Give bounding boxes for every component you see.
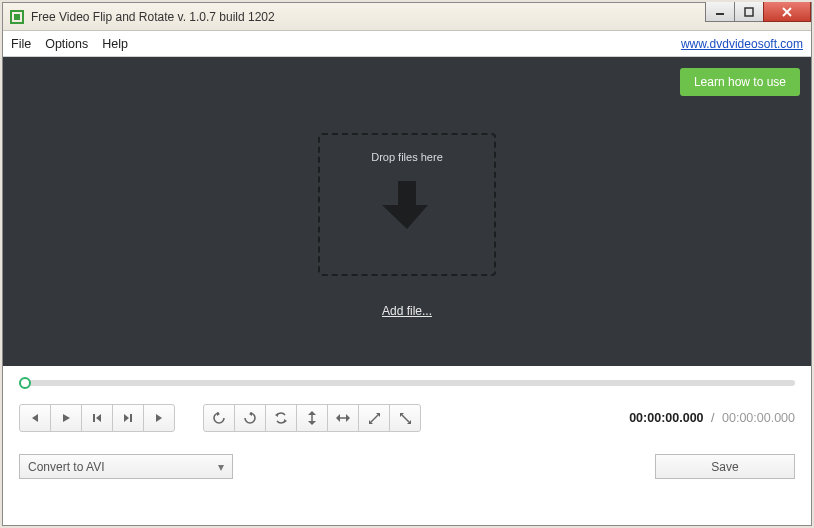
time-current: 00:00:00.000 — [629, 411, 703, 425]
app-icon — [9, 9, 25, 25]
step-back-button[interactable] — [19, 404, 51, 432]
seek-bar[interactable] — [3, 366, 811, 386]
seek-track[interactable] — [19, 380, 795, 386]
format-select[interactable]: Convert to AVI ▾ — [19, 454, 233, 479]
window-title: Free Video Flip and Rotate v. 1.0.7 buil… — [31, 10, 275, 24]
time-total: 00:00:00.000 — [722, 411, 795, 425]
menubar: File Options Help www.dvdvideosoft.com — [3, 31, 811, 57]
app-window: Free Video Flip and Rotate v. 1.0.7 buil… — [2, 2, 812, 526]
time-separator: / — [711, 411, 714, 425]
svg-line-10 — [371, 415, 378, 422]
flip-vertical-button[interactable] — [296, 404, 328, 432]
diagonal-flip-1-button[interactable] — [358, 404, 390, 432]
format-selected-label: Convert to AVI — [28, 460, 104, 474]
maximize-button[interactable] — [734, 2, 764, 22]
rotate-cw-button[interactable] — [234, 404, 266, 432]
rotate-180-button[interactable] — [265, 404, 297, 432]
drop-zone[interactable]: Drop files here — [318, 133, 496, 276]
bottom-row: Convert to AVI ▾ Save — [3, 432, 811, 493]
step-forward-button[interactable] — [143, 404, 175, 432]
svg-rect-1 — [14, 14, 20, 20]
svg-line-11 — [402, 415, 409, 422]
learn-button[interactable]: Learn how to use — [680, 68, 800, 96]
menu-options[interactable]: Options — [45, 37, 88, 51]
video-canvas: Learn how to use Drop files here Add fil… — [3, 57, 811, 366]
svg-rect-3 — [745, 8, 753, 16]
website-link[interactable]: www.dvdvideosoft.com — [681, 37, 803, 51]
menu-file[interactable]: File — [11, 37, 31, 51]
window-buttons — [706, 2, 811, 22]
rotate-ccw-button[interactable] — [203, 404, 235, 432]
playback-group — [19, 404, 175, 432]
svg-rect-7 — [130, 414, 132, 422]
menu-help[interactable]: Help — [102, 37, 128, 51]
add-file-link[interactable]: Add file... — [382, 304, 432, 318]
prev-frame-button[interactable] — [81, 404, 113, 432]
chevron-down-icon: ▾ — [218, 460, 224, 474]
play-button[interactable] — [50, 404, 82, 432]
timecode: 00:00:00.000 / 00:00:00.000 — [629, 411, 795, 425]
titlebar: Free Video Flip and Rotate v. 1.0.7 buil… — [3, 3, 811, 31]
down-arrow-icon — [382, 177, 432, 233]
transform-group — [203, 404, 421, 432]
diagonal-flip-2-button[interactable] — [389, 404, 421, 432]
svg-rect-6 — [93, 414, 95, 422]
flip-horizontal-button[interactable] — [327, 404, 359, 432]
save-button[interactable]: Save — [655, 454, 795, 479]
drop-text: Drop files here — [371, 151, 443, 163]
minimize-button[interactable] — [705, 2, 735, 22]
seek-thumb[interactable] — [19, 377, 31, 389]
close-button[interactable] — [763, 2, 811, 22]
next-frame-button[interactable] — [112, 404, 144, 432]
controls-row: 00:00:00.000 / 00:00:00.000 — [3, 386, 811, 432]
